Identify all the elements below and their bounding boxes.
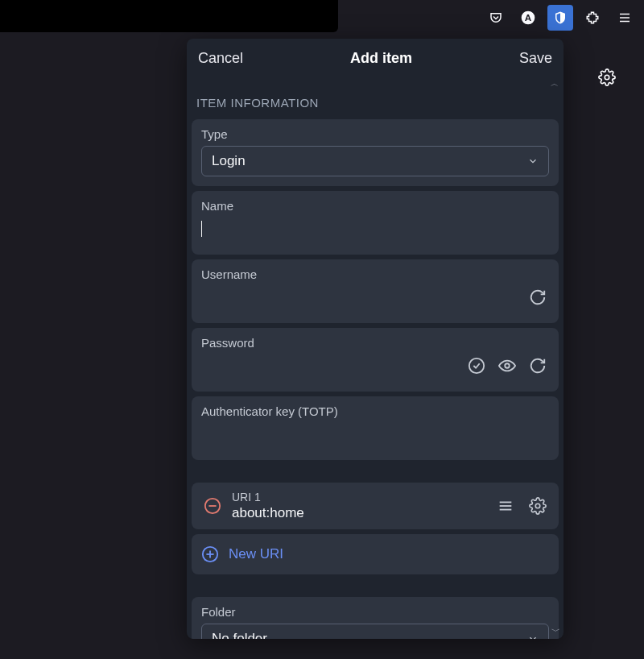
svg-point-5 xyxy=(605,75,609,80)
folder-field: Folder No folder xyxy=(192,597,559,639)
uri-settings-icon[interactable] xyxy=(526,495,549,517)
folder-label: Folder xyxy=(201,605,549,619)
name-label: Name xyxy=(201,199,549,213)
popup-header: Cancel Add item Save xyxy=(187,39,564,78)
save-button[interactable]: Save xyxy=(519,50,552,67)
browser-toolbar: A xyxy=(483,5,638,31)
url-bar[interactable] xyxy=(0,0,338,32)
popup-title: Add item xyxy=(350,50,412,67)
svg-point-13 xyxy=(535,504,540,508)
pocket-icon[interactable] xyxy=(483,5,509,31)
generate-password-icon[interactable] xyxy=(526,354,549,377)
section-item-info: ITEM INFORMATION xyxy=(192,89,559,119)
type-select[interactable]: Login xyxy=(201,146,549,176)
password-label: Password xyxy=(201,336,549,350)
totp-label: Authenticator key (TOTP) xyxy=(201,404,549,418)
svg-point-7 xyxy=(505,363,510,368)
bitwarden-shield-icon[interactable] xyxy=(547,5,573,31)
username-field: Username xyxy=(192,259,559,323)
check-password-icon[interactable] xyxy=(465,354,488,377)
text-cursor xyxy=(201,221,202,237)
letter-a-icon[interactable]: A xyxy=(515,5,541,31)
type-label: Type xyxy=(201,127,549,141)
chevron-down-icon xyxy=(527,633,539,639)
uri-match-icon[interactable] xyxy=(494,495,517,517)
name-field: Name xyxy=(192,191,559,255)
scroll-down-indicator: ﹀ xyxy=(551,625,560,637)
folder-select[interactable]: No folder xyxy=(201,624,549,639)
extensions-icon[interactable] xyxy=(580,5,605,31)
toggle-visibility-icon[interactable] xyxy=(496,354,518,377)
uri-label: URI 1 xyxy=(232,491,486,504)
username-input[interactable] xyxy=(201,286,518,309)
generate-username-icon[interactable] xyxy=(526,286,549,309)
menu-icon[interactable] xyxy=(612,5,638,31)
plus-circle-icon xyxy=(201,545,219,563)
totp-input[interactable] xyxy=(201,423,549,446)
uri-item: URI 1 about:home xyxy=(192,483,559,529)
folder-value: No folder xyxy=(212,631,267,639)
type-field: Type Login xyxy=(192,119,559,186)
type-value: Login xyxy=(212,153,246,169)
popup-body[interactable]: ITEM INFORMATION Type Login Name Usernam… xyxy=(187,89,564,639)
new-uri-label: New URI xyxy=(229,546,283,562)
remove-uri-icon[interactable] xyxy=(201,495,224,517)
chevron-down-icon xyxy=(527,155,539,167)
uri-value: about:home xyxy=(232,505,486,521)
totp-field: Authenticator key (TOTP) xyxy=(192,396,559,460)
gear-icon[interactable] xyxy=(594,64,620,90)
cancel-button[interactable]: Cancel xyxy=(198,50,243,67)
username-label: Username xyxy=(201,267,549,281)
svg-text:A: A xyxy=(525,12,532,23)
add-item-popup: Cancel Add item Save ︿ ITEM INFORMATION … xyxy=(187,39,564,639)
password-field: Password xyxy=(192,328,559,392)
new-uri-button[interactable]: New URI xyxy=(192,534,559,574)
password-input[interactable] xyxy=(201,354,457,377)
scroll-up-indicator: ︿ xyxy=(187,78,564,89)
name-input[interactable] xyxy=(210,218,549,240)
uri-main[interactable]: URI 1 about:home xyxy=(232,491,486,521)
svg-point-6 xyxy=(469,359,484,373)
